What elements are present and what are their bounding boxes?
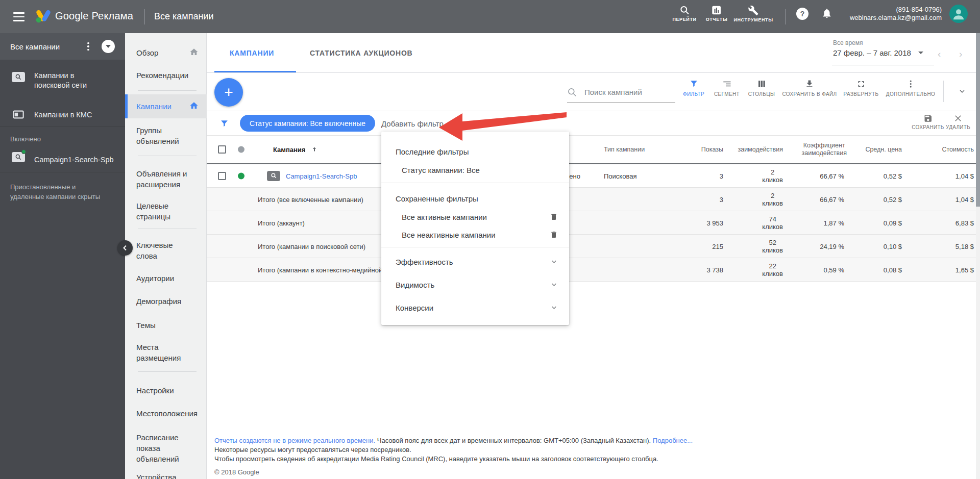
goto-button[interactable]: ПЕРЕЙТИ (672, 5, 696, 22)
delete-trash-icon[interactable] (550, 213, 558, 221)
cost-cell: 5,18 $ (955, 242, 974, 250)
download-button[interactable]: СОХРАНИТЬ В ФАЙЛ (782, 79, 837, 97)
tab-campaigns[interactable]: КАМПАНИИ (230, 33, 274, 73)
add-campaign-button[interactable]: + (214, 78, 243, 107)
topbar: Google Реклама Все кампании ПЕРЕЙТИ ОТЧЕ… (0, 0, 980, 33)
nav-item-devices[interactable]: Устройства (125, 472, 207, 479)
date-prev-chevron-icon[interactable]: ‹ (938, 48, 941, 60)
column-header-impressions[interactable]: Показы (701, 146, 723, 153)
impressions-cell: 3 (720, 172, 723, 180)
nav-item-campaigns[interactable]: Кампании (125, 101, 207, 112)
nav-item-locations[interactable]: Местоположения (125, 408, 207, 419)
toolbar-divider (943, 81, 944, 102)
date-next-chevron-icon[interactable]: › (959, 48, 962, 60)
impressions-cell: 215 (712, 242, 723, 250)
menu-hamburger-icon[interactable] (13, 12, 24, 21)
reports-button[interactable]: ОТЧЕТЫ (706, 5, 728, 22)
sidebar-collapse-handle[interactable] (117, 240, 133, 256)
nav-item-audiences[interactable]: Аудитории (125, 273, 207, 284)
impressions-cell: 3 738 (706, 266, 723, 273)
nav-item-keywords[interactable]: Ключевые слова (125, 240, 207, 261)
nav-item-settings[interactable]: Настройки (125, 385, 207, 396)
interactions-cell: 52кликов (762, 239, 783, 254)
sidebar-item-campaign[interactable]: Campaign1-Search-Spb (34, 155, 114, 165)
collapse-toolbar-chevron-icon[interactable] (958, 87, 966, 95)
nav-item-ads-extensions[interactable]: Объявления и расширения (125, 168, 207, 190)
filter-funnel-icon (689, 79, 699, 89)
column-header-type[interactable]: Тип кампании (604, 146, 645, 153)
cost-cell: 1,04 $ (955, 195, 974, 203)
table-row-campaign[interactable]: Campaign1-Search-Spb Включено Поисковая … (207, 164, 980, 188)
cost-cell: 6,83 $ (955, 219, 974, 226)
nav-item-recommendations[interactable]: Рекомендации (125, 70, 207, 81)
nav-item-landing-pages[interactable]: Целевые страницы (125, 200, 207, 222)
avg-cpc-cell: 0,08 $ (884, 266, 902, 273)
more-options-kebab-icon[interactable] (85, 40, 92, 53)
scrollbar-thumb[interactable] (976, 33, 980, 207)
saved-filters-header: Сохраненные фильтры (381, 190, 569, 207)
segment-button[interactable]: СЕГМЕНТ (714, 79, 740, 97)
column-header-cost[interactable]: Стоимость (942, 146, 974, 153)
table-row-total-search: Итого (кампании в поисковой сети) 215 52… (207, 235, 980, 258)
table-header-row: Кампания Тип кампании Показы заимодейств… (207, 136, 980, 164)
campaign-name-link[interactable]: Campaign1-Search-Spb (286, 172, 357, 180)
tools-button[interactable]: ИНСТРУМЕНТЫ (733, 5, 773, 22)
nav-item-demographics[interactable]: Демография (125, 296, 207, 307)
realtime-reports-link[interactable]: Отчеты создаются не в режиме реального в… (214, 437, 375, 444)
nav-item-placements[interactable]: Места размещения (125, 342, 207, 363)
download-icon (805, 79, 815, 89)
avg-cpc-cell: 0,10 $ (884, 242, 902, 250)
chevron-left-icon (122, 245, 128, 251)
category-performance[interactable]: Эффективность (381, 253, 569, 270)
recent-filter-item[interactable]: Статус кампании: Все (381, 161, 569, 179)
status-column-dot[interactable] (238, 146, 244, 153)
filter-button[interactable]: ФИЛЬТР (683, 79, 704, 97)
column-header-avg-cpc[interactable]: Средн. цена (865, 146, 902, 153)
sidebar-item-display-campaigns[interactable]: Кампании в КМС (34, 110, 92, 120)
bar-chart-icon (712, 5, 722, 15)
notifications-bell-icon[interactable] (821, 8, 832, 19)
nav-item-ad-groups[interactable]: Группы объявлений (125, 125, 207, 146)
sidebar-item-search-campaigns[interactable]: Кампании в поисковой сети (34, 71, 111, 90)
remove-filter-button[interactable]: УДАЛИТЬ (946, 114, 970, 130)
cost-cell: 1,04 $ (955, 172, 974, 180)
help-icon[interactable]: ? (796, 8, 808, 20)
more-button[interactable]: ДОПОЛНИТЕЛЬНО (886, 79, 935, 97)
expand-button[interactable]: РАЗВЕРНУТЬ (844, 79, 879, 97)
row-checkbox[interactable] (218, 172, 226, 180)
saved-filter-item-active[interactable]: Все активные кампании (381, 208, 569, 225)
filter-chip-campaign-status[interactable]: Статус кампании: Все включенные (240, 115, 375, 132)
collapse-dropdown-icon[interactable] (102, 40, 115, 53)
nav-item-ad-schedule[interactable]: Расписание показа объявлений (125, 432, 207, 464)
interactions-cell: 22кликов (762, 262, 783, 278)
table-row-total-account: Итого (аккаунт) 3 953 74кликов 1,87 % 0,… (207, 211, 980, 235)
search-input[interactable] (583, 87, 668, 97)
column-header-interaction-rate[interactable]: Коэффициент заимодействия (801, 142, 847, 157)
topbar-divider (144, 9, 145, 24)
account-phone: (891-854-0796) (850, 6, 942, 14)
saved-filter-item-inactive[interactable]: Все неактивные кампании (381, 226, 569, 243)
add-filter-dropdown: Последние фильтры Статус кампании: Все С… (381, 132, 569, 325)
column-header-interactions[interactable]: заимодействия (738, 146, 783, 153)
date-range-picker[interactable]: Все время 27 февр. – 7 авг. 2018 (833, 39, 923, 57)
toolbar: + ФИЛЬТР СЕГМЕНТ СТОЛБЦЫ СОХРАНИТЬ В ФАЙ… (207, 73, 980, 111)
date-caret-down-icon[interactable] (918, 52, 923, 54)
nav-item-overview[interactable]: Обзор (125, 47, 207, 58)
total-label: Итого (все включенные кампании) (258, 195, 363, 203)
nav-item-topics[interactable]: Темы (125, 320, 207, 331)
select-all-checkbox[interactable] (218, 145, 226, 154)
column-header-campaign[interactable]: Кампания (273, 146, 317, 154)
category-visibility[interactable]: Видимость (381, 276, 569, 293)
interaction-rate-cell: 24,19 % (820, 242, 844, 250)
save-filter-button[interactable]: СОХРАНИТЬ (912, 114, 944, 130)
table-row-total-enabled: Итого (все включенные кампании) 3 2клико… (207, 188, 980, 211)
campaign-type-cell: Поисковая (604, 172, 636, 180)
row-status-dot-enabled[interactable] (238, 172, 244, 179)
tab-auction-insights[interactable]: СТАТИСТИКА АУКЦИОНОВ (310, 33, 413, 73)
learn-more-link[interactable]: Подробнее... (653, 437, 693, 444)
category-conversions[interactable]: Конверсии (381, 299, 569, 316)
avatar[interactable] (949, 5, 968, 23)
search-icon (567, 87, 577, 97)
delete-trash-icon[interactable] (550, 231, 558, 239)
columns-button[interactable]: СТОЛБЦЫ (748, 79, 775, 97)
